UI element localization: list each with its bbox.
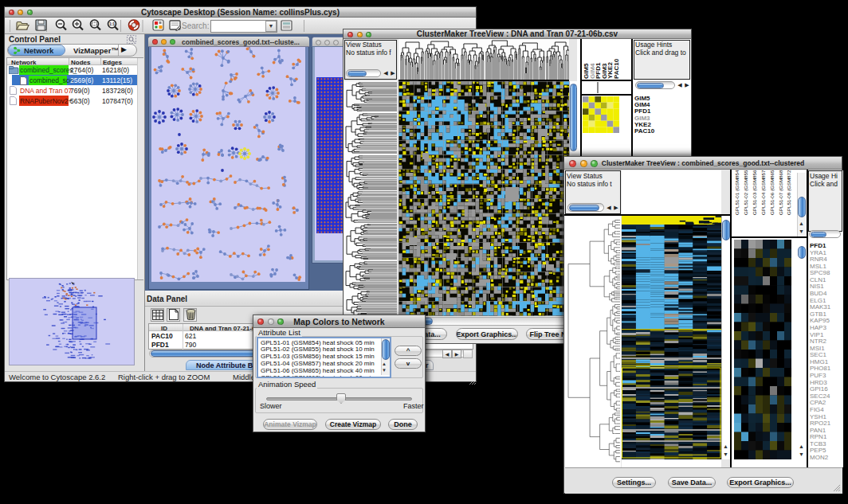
svg-text:1:1: 1:1	[109, 21, 115, 26]
